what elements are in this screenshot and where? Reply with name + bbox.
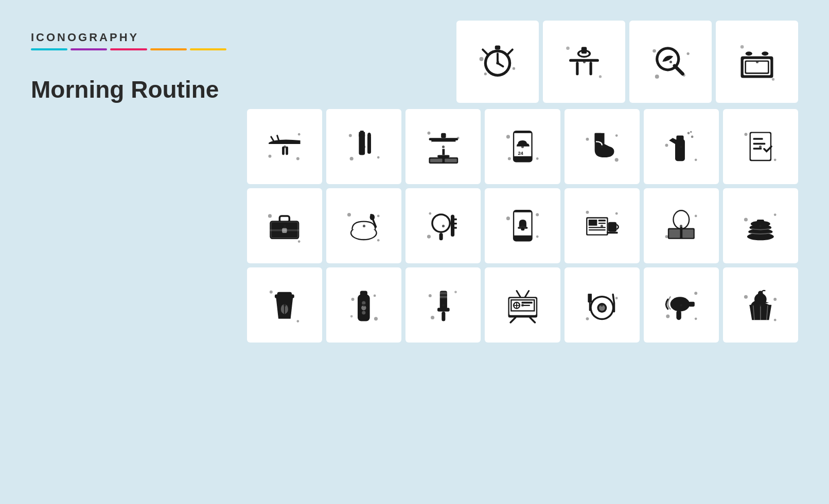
svg-rect-148	[437, 308, 450, 311]
svg-rect-94	[451, 219, 457, 221]
svg-point-131	[774, 214, 777, 217]
svg-point-174	[694, 292, 697, 295]
svg-point-20	[683, 74, 685, 77]
svg-point-141	[362, 301, 366, 304]
page-container: ICONOGRAPHY Morning Routine	[0, 0, 829, 504]
svg-rect-118	[669, 229, 680, 238]
icon-row-1: 24	[247, 109, 798, 184]
svg-rect-44	[437, 155, 450, 158]
brand-block: ICONOGRAPHY	[31, 31, 226, 50]
svg-rect-71	[753, 143, 766, 145]
page-title: Morning Routine	[31, 76, 226, 103]
svg-point-87	[347, 213, 351, 217]
svg-rect-93	[451, 215, 454, 237]
svg-point-67	[695, 159, 697, 161]
svg-rect-161	[521, 301, 532, 303]
water-bottle-icon	[326, 267, 401, 343]
svg-point-179	[774, 318, 777, 321]
svg-rect-114	[607, 232, 618, 234]
svg-point-167	[586, 317, 589, 320]
svg-point-41	[350, 157, 354, 160]
right-panel: 24	[247, 21, 798, 483]
svg-point-50	[456, 137, 459, 139]
svg-point-88	[377, 239, 380, 242]
svg-rect-122	[680, 227, 682, 230]
svg-point-65	[690, 131, 692, 133]
brand-title: ICONOGRAPHY	[31, 31, 226, 44]
svg-rect-119	[682, 229, 693, 238]
svg-point-178	[744, 295, 748, 298]
svg-point-168	[615, 297, 618, 299]
svg-rect-96	[451, 227, 457, 229]
svg-point-82	[268, 214, 272, 218]
svg-rect-149	[438, 292, 448, 294]
svg-rect-150	[438, 295, 448, 298]
svg-point-91	[433, 215, 449, 231]
coffee-cup-icon	[247, 267, 322, 343]
svg-point-56	[508, 157, 511, 160]
svg-point-32	[298, 133, 301, 136]
svg-point-26	[762, 51, 768, 56]
icon-row-2	[247, 188, 798, 263]
svg-rect-47	[445, 159, 457, 163]
svg-rect-48	[441, 133, 446, 138]
svg-rect-69	[751, 133, 770, 160]
svg-point-105	[536, 213, 539, 217]
svg-point-98	[429, 212, 431, 215]
icon-row-3	[247, 267, 798, 343]
svg-point-115	[586, 211, 589, 214]
svg-rect-111	[589, 227, 606, 228]
svg-rect-30	[286, 147, 288, 155]
cupcake-icon	[723, 267, 798, 343]
svg-point-14	[599, 75, 602, 78]
svg-point-2	[496, 62, 499, 64]
svg-point-4	[480, 57, 484, 61]
svg-rect-129	[757, 220, 764, 223]
svg-rect-81	[270, 229, 299, 231]
svg-rect-29	[282, 147, 285, 155]
svg-rect-139	[360, 291, 367, 295]
svg-rect-171	[676, 310, 681, 320]
svg-point-74	[774, 159, 777, 161]
svg-point-142	[362, 311, 366, 314]
svg-point-97	[427, 235, 430, 239]
svg-rect-62	[676, 136, 683, 140]
phone-alarm-icon	[485, 188, 560, 263]
svg-point-152	[428, 294, 431, 297]
svg-point-63	[687, 132, 690, 135]
svg-rect-113	[608, 222, 616, 232]
svg-rect-42	[429, 138, 458, 141]
svg-point-83	[298, 241, 301, 243]
left-panel: ICONOGRAPHY Morning Routine	[31, 21, 226, 483]
svg-rect-162	[521, 304, 530, 305]
svg-point-173	[695, 317, 697, 320]
weather-app-icon: 24	[485, 109, 560, 184]
lipstick-brush-icon	[326, 109, 401, 184]
svg-rect-92	[439, 233, 443, 240]
spray-bottle-icon	[644, 109, 719, 184]
svg-rect-46	[430, 159, 442, 163]
stove-icon	[716, 21, 798, 103]
tv-news-icon	[485, 267, 560, 343]
svg-rect-8	[576, 62, 578, 75]
hair-dryer-icon	[644, 267, 719, 343]
ironing-board-icon	[247, 109, 322, 184]
svg-rect-112	[589, 229, 606, 230]
svg-point-40	[377, 156, 380, 159]
svg-point-39	[349, 134, 352, 137]
svg-rect-24	[746, 62, 768, 73]
svg-point-104	[536, 236, 539, 238]
svg-point-166	[599, 304, 605, 311]
alarm-clock-icon	[456, 21, 539, 103]
svg-rect-61	[675, 139, 685, 161]
razor-icon	[405, 267, 481, 343]
svg-point-86	[370, 214, 375, 221]
svg-rect-135	[277, 292, 292, 295]
socks-shoes-icon	[565, 109, 640, 184]
svg-point-28	[772, 78, 774, 81]
svg-point-55	[536, 157, 539, 160]
svg-point-172	[666, 314, 669, 318]
mirror-comb-icon	[405, 188, 481, 263]
briefcase-icon	[247, 188, 322, 263]
breakfast-table-icon	[543, 21, 625, 103]
